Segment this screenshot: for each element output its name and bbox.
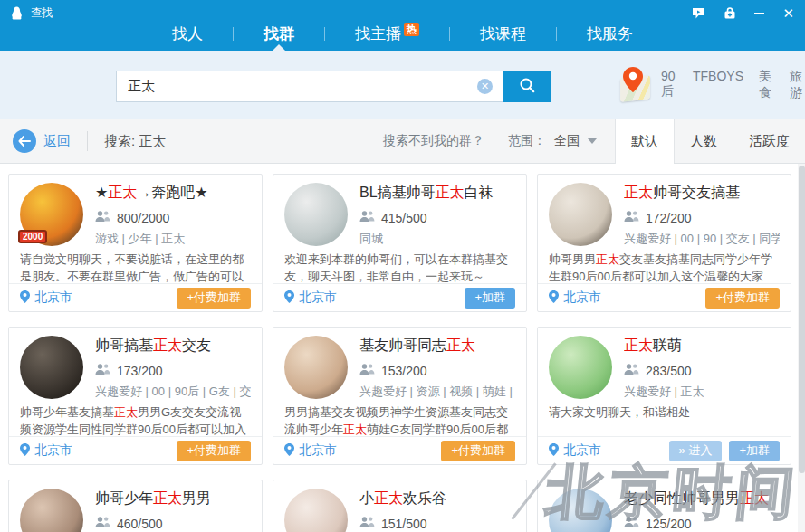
group-avatar [284,183,348,246]
members-icon [624,363,639,378]
hot-badge-icon: 热 [404,23,419,36]
sort-tab-1[interactable]: 默认 [615,119,674,164]
join-button[interactable]: +付费加群 [177,441,251,461]
window-controls: ✕ [692,7,794,20]
titlebar: 查找 ✕ [0,0,805,22]
group-tags: 兴趣爱好 | 资源 | 视频 | 萌娃 | 男... [359,384,515,400]
group-card[interactable]: 帅哥搞基正太交友173/200兴趣爱好 | 00 | 90后 | G友 | 交友… [8,327,263,465]
join-button[interactable]: » 进入 [669,441,723,461]
group-card[interactable]: 正太联萌283/500兴趣爱好 | 正太请大家文明聊天，和谐相处北京市» 进入+… [537,327,791,465]
group-location: 北京市 [284,290,337,306]
scrollbar-thumb[interactable] [799,166,805,473]
member-count: 172/200 [646,211,692,225]
scope-dropdown[interactable]: 范围： 全国 [508,133,597,149]
members-icon [359,363,375,378]
group-title: 小正太欢乐谷 [359,489,446,508]
location-pin-icon [284,443,294,459]
member-count: 173/200 [117,364,163,378]
group-avatar [20,489,83,532]
member-count: 151/500 [381,517,427,531]
group-description: 请大家文明聊天，和谐相处 [549,404,780,436]
member-count-row: 283/500 [624,363,704,378]
card-body: 正太帅哥交友搞基172/200兴趣爱好 | 00 | 90 | 交友 | 同学 … [538,175,791,283]
qq-penguin-icon [9,5,24,21]
hot-words: 90后TFBOYS美食旅游 [661,69,805,101]
location-text: 北京市 [34,290,72,306]
join-button[interactable]: +付费加群 [705,288,780,309]
card-body: BL搞基帅哥正太白袜415/500同城欢迎来到本群的帅哥们，可以在本群搞基交友，… [273,175,526,283]
nav-tab-5[interactable]: 找服务 [557,24,663,44]
nav-tab-label: 找课程 [480,25,526,43]
join-button[interactable]: +付费加群 [441,441,515,461]
nav-tabs: 找人找群找主播热找课程找服务 [0,24,805,44]
join-button[interactable]: +付费加群 [177,288,251,309]
group-card[interactable]: 正太帅哥交友搞基172/200兴趣爱好 | 00 | 90 | 交友 | 同学 … [537,174,791,312]
back-arrow-icon [13,129,36,153]
nav-tab-4[interactable]: 找课程 [450,24,556,44]
search-input[interactable] [116,71,503,102]
sort-tab-3[interactable]: 活跃度 [733,119,805,163]
clear-search-icon[interactable]: ✕ [477,79,493,94]
minimize-button[interactable] [754,13,764,14]
feedback-bubble-icon[interactable] [692,7,705,20]
search-button[interactable] [503,71,551,102]
nav-tab-3[interactable]: 找主播热 [325,24,449,44]
member-count: 153/200 [381,364,427,378]
group-card[interactable]: 帅哥少年正太男男460/500 [8,480,263,532]
group-card[interactable]: 小正太欢乐谷151/500 [273,480,527,532]
search-term-label: 搜索: 正太 [104,133,166,150]
group-avatar [284,489,348,532]
group-tags: 兴趣爱好 | 00 | 90 | 交友 | 同学 | ... [624,231,780,247]
members-icon [95,516,110,531]
location-text: 北京市 [34,442,72,459]
group-description: 男男搞基交友视频男神学生资源基友同志交流帅哥少年正太萌娃G友同学群90后00后都… [284,404,515,436]
nav-tab-2[interactable]: 找群 [234,24,324,44]
active-tab-caret [273,44,285,51]
find-group-window: 查找 ✕ 找人找群找主播热找课程找服务 ✕ [0,0,805,532]
close-button[interactable]: ✕ [782,8,794,19]
card-body: 帅哥少年正太男男460/500 [9,480,262,532]
group-card[interactable]: 2000★正太→奔跑吧★800/2000游戏 | 少年 | 正太请自觉文明聊天，… [8,174,263,312]
hot-word-3[interactable]: 美食 [759,69,774,101]
member-count-row: 415/500 [359,210,494,225]
chevron-down-icon [588,138,597,144]
group-tags: 兴趣爱好 | 正太 [624,384,704,400]
map-location-icon[interactable] [618,67,647,103]
group-title: 帅哥少年正太男男 [95,489,211,508]
avatar-badge: 2000 [18,230,47,243]
members-icon [359,210,375,225]
card-footer: 北京市+付费加群 [9,283,262,311]
card-body: 老少同性帅哥男男正太125/200 [538,480,791,532]
group-cards-grid: 2000★正太→奔跑吧★800/2000游戏 | 少年 | 正太请自觉文明聊天，… [8,174,791,532]
group-title: 正太帅哥交友搞基 [624,184,780,203]
member-count: 800/2000 [117,211,169,225]
location-text: 北京市 [563,442,601,459]
nav-tab-1[interactable]: 找人 [142,24,233,44]
sort-tabs: 默认人数活跃度 [615,119,805,163]
group-card[interactable]: 老少同性帅哥男男正太125/200 [537,480,791,532]
join-button[interactable]: +加群 [729,441,780,461]
group-description: 请自觉文明聊天，不要说脏话，在这里的都是朋友。不要在群里做广告，做广告的可以私聊… [20,251,251,283]
back-button[interactable]: 返回 [13,119,71,163]
group-card[interactable]: BL搞基帅哥正太白袜415/500同城欢迎来到本群的帅哥们，可以在本群搞基交友，… [273,174,527,312]
nav-tab-label: 找主播 [355,25,401,43]
member-count: 283/500 [646,364,692,378]
hot-word-4[interactable]: 旅游 [790,69,805,101]
group-location: 北京市 [549,442,601,459]
sort-tab-2[interactable]: 人数 [674,119,733,163]
hot-word-1[interactable]: 90后 [661,69,677,101]
hot-word-2[interactable]: TFBOYS [693,69,743,101]
group-card[interactable]: 基友帅哥同志正太153/200兴趣爱好 | 资源 | 视频 | 萌娃 | 男..… [273,327,527,465]
member-count: 415/500 [381,211,427,225]
lock-plus-icon[interactable] [724,7,736,20]
member-count-row: 153/200 [359,363,515,378]
card-footer: 北京市+付费加群 [9,436,262,464]
group-description: 帅哥少年基友搞基正太男男G友交友交流视频资源学生同性同学群90后00后都可以加入 [20,404,251,436]
group-avatar [20,336,83,399]
hot-search-area: 90后TFBOYS美食旅游 [618,51,805,119]
cant-find-link[interactable]: 搜索不到我的群？ [383,133,484,149]
member-count: 460/500 [117,517,163,531]
group-avatar [549,336,612,399]
join-button[interactable]: +加群 [465,288,515,309]
member-count-row: 800/2000 [95,210,208,225]
